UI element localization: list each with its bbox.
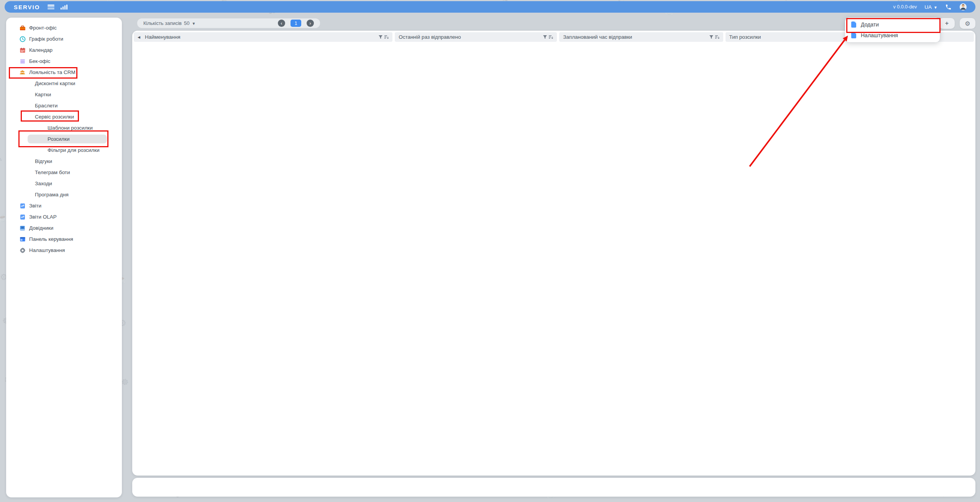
column-label: Останній раз відправлено bbox=[399, 34, 461, 40]
sidebar-item-label: Графік роботи bbox=[29, 36, 63, 42]
menu-item-label: Додати bbox=[861, 21, 879, 28]
filter-icon[interactable] bbox=[379, 35, 382, 39]
mailings-table: ◀НайменуванняОстанній раз відправленоЗап… bbox=[132, 31, 975, 476]
menu-item-label: Налаштування bbox=[861, 32, 898, 38]
report-icon bbox=[19, 214, 26, 220]
records-toolbar: Кількість записів 50 ▼ ‹ 1 › bbox=[137, 18, 320, 28]
sidebar-nav: Фронт-офісГрафік роботиКалендарБек-офісЛ… bbox=[6, 18, 122, 497]
chevron-down-icon: ▼ bbox=[192, 21, 196, 26]
sidebar-item-розсилки[interactable]: Розсилки bbox=[6, 133, 122, 145]
sidebar-item-лояльність-та-crm[interactable]: Лояльність та CRM bbox=[6, 67, 122, 78]
sidebar-item-label: Бек-офіс bbox=[29, 58, 50, 64]
sidebar-item-звіти[interactable]: Звіти bbox=[6, 200, 122, 211]
sidebar-item-браслети[interactable]: Браслети bbox=[6, 100, 122, 111]
user-avatar[interactable] bbox=[959, 3, 967, 11]
sidebar-item-бек-офіс[interactable]: Бек-офіс bbox=[6, 56, 122, 67]
current-page-button[interactable]: 1 bbox=[291, 20, 301, 27]
chevron-down-icon: ▼ bbox=[934, 5, 937, 10]
column-filter-sort-icons bbox=[709, 35, 719, 39]
servio-app: ⚙✂☕♨✎⚖✉⚐☸⚑⚙✂☕♨✎⚖✉⚐☸⚑⚙✂☕♨✎⚖✉⚐☸⚑⚙✂☕♨✎⚖✉⚐☸⚑… bbox=[0, 0, 980, 502]
sidebar-item-графік-роботи[interactable]: Графік роботи bbox=[6, 33, 122, 44]
sidebar-item-програма-дня[interactable]: Програма дня bbox=[6, 189, 122, 200]
rows-icon bbox=[19, 58, 26, 64]
sidebar-item-label: Фронт-офіс bbox=[29, 25, 57, 31]
add-button[interactable]: + bbox=[939, 18, 955, 29]
sidebar-item-шаблони-розсилки[interactable]: Шаблони розсилки bbox=[6, 122, 122, 133]
sidebar-item-label: Звіти bbox=[29, 203, 41, 209]
clock-icon bbox=[19, 36, 26, 42]
sidebar-item-відгуки[interactable]: Відгуки bbox=[6, 156, 122, 167]
sidebar-item-label: Програма дня bbox=[35, 192, 69, 198]
footer-bar bbox=[132, 478, 975, 497]
sidebar-item-label: Браслети bbox=[35, 103, 57, 109]
sidebar-item-картки[interactable]: Картки bbox=[6, 89, 122, 100]
filter-icon[interactable] bbox=[543, 35, 547, 39]
sort-icon[interactable] bbox=[384, 35, 389, 39]
sidebar-item-label: Відгуки bbox=[35, 158, 52, 164]
file-icon bbox=[851, 32, 856, 38]
column-filter-sort-icons bbox=[379, 35, 389, 39]
report-icon bbox=[19, 202, 26, 209]
sidebar-item-сервіс-розсилки[interactable]: Сервіс розсилки bbox=[6, 111, 122, 122]
records-label: Кількість записів bbox=[143, 20, 182, 26]
column-header-1[interactable]: ◀Найменування bbox=[134, 32, 392, 42]
menu-item-nalashtuvannya[interactable]: Налаштування bbox=[845, 30, 940, 41]
gear-icon bbox=[19, 247, 26, 253]
sidebar-item-label: Налаштування bbox=[29, 247, 65, 253]
sidebar-item-label: Шаблони розсилки bbox=[48, 125, 93, 131]
hamburger-icon[interactable] bbox=[48, 5, 54, 9]
watermark-glyph: ✉ bbox=[0, 110, 2, 121]
records-per-page-select[interactable]: Кількість записів 50 ▼ bbox=[143, 20, 195, 26]
sidebar-item-label: Картки bbox=[35, 92, 51, 97]
collapse-column-icon[interactable]: ◀ bbox=[138, 35, 140, 39]
sidebar-item-label: Фільтри для розсилки bbox=[48, 147, 99, 153]
sidebar-item-фронт-офіс[interactable]: Фронт-офіс bbox=[6, 22, 122, 33]
sidebar-item-label: Розсилки bbox=[48, 136, 69, 142]
sidebar-item-label: Сервіс розсилки bbox=[35, 114, 74, 120]
sidebar-item-label: Заходи bbox=[35, 181, 52, 186]
column-header-3[interactable]: Запланований час відправки bbox=[559, 32, 723, 42]
language-selector[interactable]: UA ▼ bbox=[924, 4, 937, 10]
sort-icon[interactable] bbox=[549, 35, 553, 39]
sidebar-item-label: Звіти OLAP bbox=[29, 214, 57, 220]
records-value: 50 bbox=[184, 20, 189, 26]
version-label: v 0.0.0-dev bbox=[893, 4, 917, 10]
sidebar-item-налаштування[interactable]: Налаштування bbox=[6, 245, 122, 256]
book-icon bbox=[19, 225, 26, 231]
calendar-icon bbox=[19, 47, 26, 53]
sort-icon[interactable] bbox=[715, 35, 719, 39]
sidebar-item-label: Довідники bbox=[29, 225, 53, 231]
sidebar-item-звіти-olap[interactable]: Звіти OLAP bbox=[6, 211, 122, 222]
gear-icon[interactable]: ⚙ bbox=[960, 18, 975, 29]
context-menu: ДодатиНалаштування bbox=[845, 18, 940, 42]
people-icon bbox=[19, 69, 26, 76]
column-label: Запланований час відправки bbox=[563, 34, 632, 40]
sidebar-item-label: Панель керування bbox=[29, 236, 73, 242]
sidebar-item-панель-керування[interactable]: Панель керування bbox=[6, 234, 122, 245]
prev-page-button[interactable]: ‹ bbox=[278, 20, 285, 27]
sidebar-item-календар[interactable]: Календар bbox=[6, 44, 122, 56]
sidebar-item-довідники[interactable]: Довідники bbox=[6, 222, 122, 234]
filter-icon[interactable] bbox=[709, 35, 713, 39]
top-bar: SERVIO v 0.0.0-dev UA ▼ bbox=[5, 1, 975, 13]
sidebar-item-заходи[interactable]: Заходи bbox=[6, 178, 122, 189]
language-value: UA bbox=[924, 4, 932, 10]
sidebar-item-label: Лояльність та CRM bbox=[29, 69, 76, 75]
next-page-button[interactable]: › bbox=[307, 20, 314, 27]
servio-logo: SERVIO bbox=[14, 4, 40, 10]
column-filter-sort-icons bbox=[543, 35, 553, 39]
sidebar-item-телеграм-боти[interactable]: Телеграм боти bbox=[6, 167, 122, 178]
file-icon bbox=[851, 21, 856, 28]
pagination: ‹ 1 › bbox=[278, 20, 314, 27]
column-label: Найменування bbox=[145, 34, 181, 40]
sidebar-item-label: Телеграм боти bbox=[35, 170, 70, 175]
sidebar-item-фільтри-для-розсилки[interactable]: Фільтри для розсилки bbox=[6, 145, 122, 156]
dashboard-icon bbox=[19, 236, 26, 242]
watermark-glyph: ✎ bbox=[0, 153, 3, 165]
phone-icon[interactable] bbox=[945, 4, 952, 10]
column-header-2[interactable]: Останній раз відправлено bbox=[395, 32, 557, 42]
chart-icon[interactable] bbox=[61, 5, 67, 10]
sidebar-item-дисконтні-картки[interactable]: Дисконтні картки bbox=[6, 78, 122, 89]
sidebar-item-label: Дисконтні картки bbox=[35, 81, 75, 86]
menu-item-dodaty[interactable]: Додати bbox=[845, 19, 940, 30]
